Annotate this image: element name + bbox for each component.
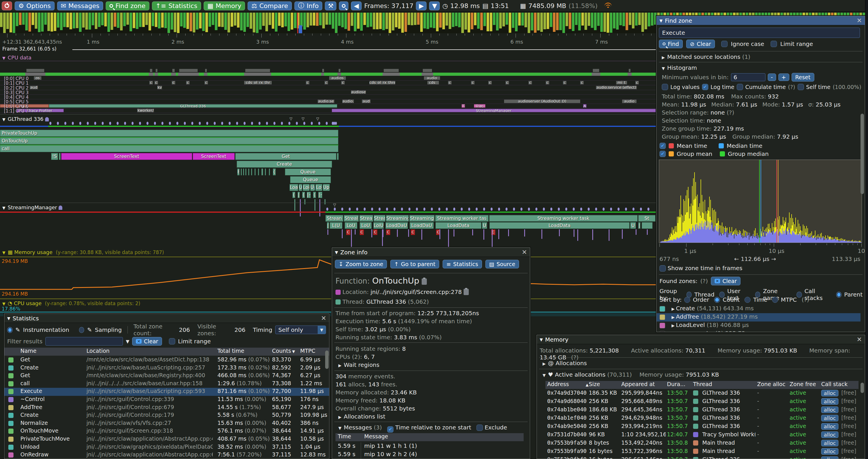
sample-dot[interactable]: [423, 207, 425, 211]
allocations-list-expander[interactable]: ▶Allocations list: [338, 413, 385, 420]
sample-dot[interactable]: [318, 122, 320, 125]
self-time-checkbox[interactable]: [798, 84, 804, 90]
streaming-c-zone[interactable]: C: [411, 229, 415, 235]
sample-dot[interactable]: [468, 207, 470, 211]
sample-dot[interactable]: [251, 122, 253, 125]
cpu-usage-header[interactable]: ▼◔ CPU usage (y-range: 0.78%, visible da…: [2, 300, 140, 306]
cpu-zone-segment[interactable]: aud: [362, 100, 371, 103]
zone-bar[interactable]: [241, 168, 242, 175]
memory-allocation-row[interactable]: 0x74a9d37040186.35 KB295,999,844ns13:50.…: [546, 390, 859, 398]
memory-allocation-row[interactable]: 0x74ab1ef040256 KB294,629,948ns13:50.7GL…: [546, 415, 859, 423]
cpu-zone-segment[interactable]: c: [471, 81, 474, 85]
cpu-zone-segment[interactable]: audios: [329, 76, 346, 80]
alloc-button[interactable]: alloc: [821, 456, 838, 459]
sample-dot[interactable]: [236, 122, 238, 125]
cpu-zone-segment[interactable]: Trac: [474, 104, 486, 108]
sample-dot[interactable]: [386, 207, 388, 211]
sample-dot[interactable]: [588, 207, 590, 211]
memory-button[interactable]: ▦Memory: [204, 1, 245, 10]
cpu-zone-segment[interactable]: audio.: [342, 100, 354, 103]
cpu-zone-segment[interactable]: c: [155, 81, 158, 85]
find-zone-button[interactable]: Find zone: [106, 1, 149, 10]
zone-bar[interactable]: [245, 168, 246, 175]
memory-table-header[interactable]: Address▲ Size Appeared at Dura... Thread…: [546, 381, 859, 389]
statistics-row[interactable]: OnRedrawjni/../jni/src/claw/application/…: [4, 451, 330, 459]
info-button[interactable]: ⓘInfo: [294, 1, 322, 10]
zone-bar[interactable]: call: [0, 145, 338, 152]
sample-dot[interactable]: [535, 207, 537, 211]
prev-frame-button[interactable]: ◀: [351, 1, 362, 10]
cpu-zone-segment[interactable]: c: [324, 81, 328, 85]
wait-regions-expander[interactable]: ▶Wait regions: [338, 361, 379, 368]
zone-bar[interactable]: |: [298, 192, 300, 198]
glthread-header[interactable]: ▼GLThread 336: [2, 116, 49, 122]
sample-dot[interactable]: [558, 207, 560, 211]
memory-usage-header[interactable]: ▼▦ Memory usage (y-range: 30.88 KB, visi…: [2, 249, 164, 255]
zone-bar[interactable]: [254, 168, 256, 175]
memory-allocation-row[interactable]: 0x7553b9fa9016 bytes153,722,396ns13:50.8…: [546, 448, 859, 456]
sample-dot[interactable]: [416, 207, 418, 211]
streaming-header[interactable]: ▼StreamingManager: [2, 204, 62, 210]
streaming-zone-bar[interactable]: |: [327, 222, 329, 229]
bin-plus-button[interactable]: +: [778, 73, 789, 81]
min-bin-input[interactable]: 6: [731, 73, 766, 81]
streaming-zone-bar[interactable]: Streal: [344, 215, 359, 222]
memory-allocation-row[interactable]: 0x7553b9fbf016 bytes296,661,146ns13:50.7…: [546, 456, 859, 459]
zone-bar[interactable]: OnTouchUp: [0, 137, 338, 144]
zone-bar[interactable]: [269, 168, 270, 175]
timing-dropdown[interactable]: Self only ▼: [275, 326, 326, 334]
cpu-zone-segment[interactable]: audio: [622, 100, 637, 103]
show-zone-time-checkbox[interactable]: [659, 265, 666, 271]
sample-dot[interactable]: [431, 207, 433, 211]
sample-dot[interactable]: [640, 207, 642, 211]
sample-dot[interactable]: [513, 207, 515, 211]
sample-dot[interactable]: [169, 122, 171, 125]
frame-dropdown-button[interactable]: ▼: [429, 1, 440, 10]
radio-order[interactable]: [684, 297, 690, 303]
find-zone-header[interactable]: ▼Find zone✕: [657, 16, 865, 25]
alloc-button[interactable]: alloc: [821, 440, 838, 446]
sample-dot[interactable]: [483, 207, 485, 211]
statistics-row[interactable]: Normalizejni/../jni/src/claw/vfs/Vfs.cpp…: [4, 420, 330, 428]
radio-parent[interactable]: [836, 292, 842, 298]
messages-button[interactable]: ✉Messages: [57, 1, 103, 10]
zone-bar[interactable]: Get: [235, 153, 336, 160]
statistics-row[interactable]: Get/mnt/e/claw/src/claw/base/AssetDict.h…: [4, 356, 330, 364]
sample-dot[interactable]: [288, 122, 290, 125]
sample-dot[interactable]: [505, 207, 507, 211]
allocations-expander[interactable]: ▶@ Allocations: [542, 360, 587, 367]
cpu-zone-segment[interactable]: aud: [30, 86, 38, 89]
cpu-zone-segment[interactable]: c: [186, 81, 190, 85]
sample-dot[interactable]: [161, 122, 163, 125]
statistics-row[interactable]: calljni/../jni/../../../src/claw/base/Lu…: [4, 380, 330, 388]
find-button[interactable]: Find: [659, 40, 683, 48]
sample-dot[interactable]: [102, 122, 104, 125]
cpu-zone-segment[interactable]: audioserver (AudioOut_D): [504, 100, 580, 103]
statistics-row[interactable]: OnTouchMovejni/../jni/src/guif/Screen.cp…: [4, 427, 330, 435]
found-zone-row[interactable]: ▶ Create (54,131) 643.34 ms: [657, 305, 861, 313]
sample-dot[interactable]: [341, 207, 343, 211]
message-marker-icon[interactable]: ▽: [316, 117, 319, 121]
sample-dot[interactable]: [258, 122, 260, 125]
cpu-zone-segment[interactable]: c: [563, 81, 566, 85]
found-zone-row[interactable]: ▶ LoadLevel (18) 406.88 µs: [657, 322, 861, 330]
zone-bar[interactable]: E: [237, 168, 240, 175]
ignore-case-checkbox[interactable]: [721, 41, 727, 47]
matched-locations-expander[interactable]: ▶Matched source locations (1): [662, 54, 750, 60]
sample-dot[interactable]: [50, 122, 52, 125]
sample-dot[interactable]: [191, 122, 193, 125]
sample-dot[interactable]: [266, 122, 268, 125]
zone-bar[interactable]: (: [302, 192, 305, 198]
sample-dot[interactable]: [521, 207, 523, 211]
sample-dot[interactable]: [57, 122, 59, 125]
statistics-button[interactable]: ↑≡Statistics: [152, 1, 201, 10]
cpu-zone-segment[interactable]: kv: [157, 86, 162, 89]
sample-dot[interactable]: [109, 122, 111, 125]
sample-dot[interactable]: [498, 207, 500, 211]
sample-dot[interactable]: [117, 122, 119, 125]
statistics-row[interactable]: ~Controljni/../jni/src/guif/Control.cpp:…: [4, 396, 330, 404]
sample-dot[interactable]: [147, 122, 149, 125]
streaming-zone-bar[interactable]: LoadDaU: [385, 222, 408, 229]
zoom-search-button[interactable]: [339, 1, 348, 10]
memory-panel-header[interactable]: ▼Memory✕: [537, 335, 865, 344]
